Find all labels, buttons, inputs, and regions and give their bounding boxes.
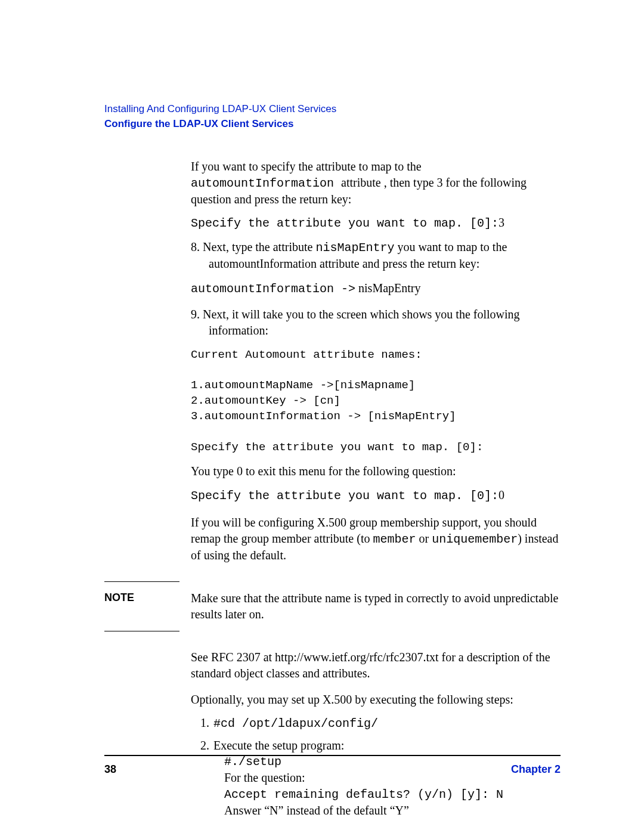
text: Next, it will take you to the screen whi… bbox=[200, 308, 520, 337]
code-text: automountInformation -> bbox=[191, 282, 355, 296]
step-9: 9. Next, it will take you to the screen … bbox=[209, 306, 561, 339]
note-text: Make sure that the attribute name is typ… bbox=[191, 590, 561, 623]
user-input: 0 bbox=[499, 488, 504, 501]
code-line: Specify the attribute you want to map. [… bbox=[191, 487, 561, 504]
code-line: Specify the attribute you want to map. [… bbox=[191, 215, 561, 231]
text: You type 0 to exit this menu for the fol… bbox=[191, 463, 561, 479]
note-block: NOTE Make sure that the attribute name i… bbox=[104, 590, 561, 623]
code-text: Specify the attribute you want to map. [… bbox=[191, 489, 499, 503]
code-inline: nisMapEntry bbox=[315, 241, 394, 255]
text: Answer “N” instead of the default “Y” bbox=[224, 803, 561, 819]
x500-paragraph: If you will be configuring X.500 group m… bbox=[191, 515, 561, 564]
post-note-content: See RFC 2307 at http://www.ietf.org/rfc/… bbox=[191, 649, 561, 819]
code-inline: #cd /opt/ldapux/config/ bbox=[213, 717, 378, 730]
chapter-title: Installing And Configuring LDAP-UX Clien… bbox=[104, 103, 561, 116]
rfc-paragraph: See RFC 2307 at http://www.ietf.org/rfc/… bbox=[191, 649, 561, 682]
step-8: 8. Next, type the attribute nisMapEntry … bbox=[209, 239, 561, 272]
text: If you want to specify the attribute to … bbox=[191, 160, 422, 173]
step-number: 9. bbox=[191, 308, 200, 321]
note-rule-bottom bbox=[104, 631, 179, 631]
code-block: Current Automount attribute names: 1.aut… bbox=[191, 348, 561, 456]
code-inline: automountInformation bbox=[191, 176, 341, 190]
list-item: Execute the setup program: #./setup For … bbox=[212, 738, 561, 819]
code-line: Accept remaining defaults? (y/n) [y]: N bbox=[224, 786, 561, 803]
note-label: NOTE bbox=[104, 590, 191, 604]
code-text: Specify the attribute you want to map. [… bbox=[191, 216, 499, 230]
step-number: 8. bbox=[191, 240, 200, 253]
running-header: Installing And Configuring LDAP-UX Clien… bbox=[104, 103, 561, 131]
text: nisMapEntry bbox=[355, 281, 420, 295]
document-page: Installing And Configuring LDAP-UX Clien… bbox=[0, 0, 644, 833]
text: or bbox=[416, 532, 432, 545]
content-body: If you want to specify the attribute to … bbox=[191, 159, 561, 504]
code-line: automountInformation -> nisMapEntry bbox=[191, 280, 561, 297]
text: Next, type the attribute bbox=[200, 240, 315, 253]
note-rule-top bbox=[104, 581, 179, 582]
user-input: 3 bbox=[499, 216, 504, 229]
page-number: 38 bbox=[104, 763, 116, 776]
optional-paragraph: Optionally, you may set up X.500 by exec… bbox=[191, 692, 561, 708]
code-inline: uniquemember bbox=[432, 532, 518, 546]
code-inline: member bbox=[373, 532, 416, 546]
list-item: #cd /opt/ldapux/config/ bbox=[212, 715, 561, 732]
section-title: Configure the LDAP-UX Client Services bbox=[104, 117, 561, 131]
chapter-label: Chapter 2 bbox=[511, 763, 561, 776]
page-footer: 38 Chapter 2 bbox=[104, 755, 561, 776]
intro-paragraph: If you want to specify the attribute to … bbox=[191, 159, 561, 208]
text: Execute the setup program: bbox=[213, 739, 344, 752]
